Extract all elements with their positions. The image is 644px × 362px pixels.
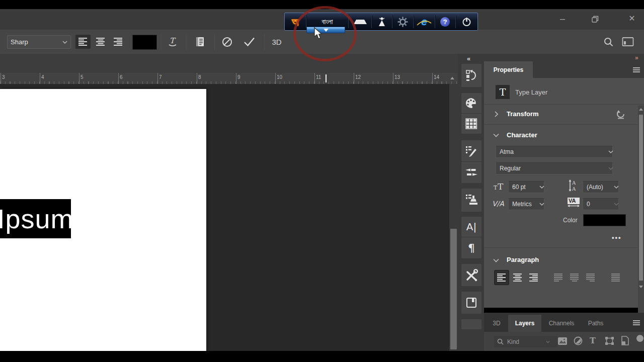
properties-panel-menu-icon[interactable] [633, 66, 640, 73]
text-color-swatch[interactable] [132, 35, 157, 50]
color-panel-button[interactable] [461, 93, 481, 113]
document-canvas[interactable]: Ipsum [0, 89, 206, 351]
restore-button[interactable] [592, 16, 599, 23]
layers-filter-bar: T [484, 332, 644, 351]
font-style-dropdown-button[interactable] [606, 162, 616, 174]
para-justify-last-left-button[interactable] [551, 270, 566, 285]
avro-logo[interactable]: অ [292, 16, 299, 28]
anti-alias-dropdown[interactable]: Sharp [7, 35, 71, 49]
history-panel-button[interactable] [461, 64, 481, 87]
canvas-scrollbar-thumb[interactable] [450, 229, 457, 349]
tab-layers[interactable]: Layers [508, 315, 541, 332]
ruler-scroll-up-icon[interactable] [450, 77, 454, 79]
warp-text-button[interactable]: T [165, 35, 181, 49]
search-button[interactable] [601, 35, 615, 48]
cancel-edits-button[interactable] [219, 35, 234, 49]
paragraph-panel-icon: ¶ [468, 242, 475, 254]
image-icon [557, 337, 568, 345]
transform-section-header[interactable]: Transform [484, 105, 644, 124]
para-justify-last-center-button[interactable] [568, 270, 582, 285]
tab-properties[interactable]: Properties [484, 61, 533, 78]
para-align-left-button[interactable] [495, 270, 509, 285]
para-align-center-button[interactable] [511, 270, 525, 285]
character-panel-button[interactable]: A| [461, 217, 481, 237]
para-justify-last-right-button[interactable] [584, 270, 598, 285]
settings-button[interactable] [392, 17, 414, 27]
transform-label: Transform [507, 110, 539, 118]
more-options-button[interactable]: ••• [612, 234, 622, 241]
paragraph-section-header[interactable]: Paragraph [484, 251, 638, 269]
para-justify-all-button[interactable] [609, 270, 623, 285]
brushes-panel-button[interactable] [461, 162, 481, 183]
layer-search-field[interactable] [494, 336, 557, 347]
font-family-field[interactable]: Atma [496, 146, 613, 158]
panel-scrollbar-thumb[interactable] [639, 115, 643, 281]
exit-button[interactable] [456, 17, 477, 27]
help-button[interactable]: ? [435, 17, 455, 27]
tool-presets-panel-button[interactable] [461, 264, 481, 286]
chevron-down-icon [539, 185, 544, 189]
justify-last-left-icon [553, 273, 564, 283]
paragraph-panel-button[interactable]: ¶ [461, 237, 481, 258]
filter-type-layers-button[interactable]: T [590, 336, 596, 345]
para-align-right-button[interactable] [527, 270, 541, 285]
commit-edits-button[interactable] [241, 35, 257, 49]
layers-panel-menu-icon[interactable] [633, 319, 640, 326]
ruler-number: 7 [159, 74, 162, 80]
expand-panels-button[interactable]: » [635, 54, 637, 61]
filter-partial-icon[interactable] [636, 335, 643, 342]
kerning-icon: V/A [492, 200, 504, 208]
tab-3d[interactable]: 3D [485, 315, 508, 332]
workspace-button[interactable] [620, 35, 635, 48]
layer-search-input[interactable] [506, 338, 543, 346]
language-dropdown-button[interactable] [306, 27, 345, 33]
font-family-dropdown-button[interactable] [606, 146, 616, 158]
reset-icon[interactable] [616, 109, 626, 119]
ruler-cursor-marker [326, 74, 327, 82]
ruler-number: 4 [41, 74, 44, 80]
kerning-dropdown-button[interactable] [537, 198, 546, 210]
panel-scrollbar[interactable] [638, 106, 644, 317]
keyboard-layout-button[interactable] [349, 20, 371, 24]
font-style-field[interactable]: Regular [496, 162, 613, 174]
close-button[interactable]: ✕ [622, 13, 642, 24]
panel-top-strip: » [484, 54, 644, 61]
canvas-vertical-scrollbar[interactable] [449, 84, 458, 351]
panel-scroll-up-icon[interactable] [639, 108, 643, 111]
browser-help-button[interactable]: e [414, 16, 435, 28]
assistant-button[interactable] [372, 17, 392, 27]
horizontal-ruler[interactable]: 3 4 5 6 7 8 9 10 11 12 13 14 [0, 73, 458, 84]
brush-settings-panel-button[interactable] [461, 140, 481, 161]
letterbox-bottom [0, 351, 644, 362]
ie-orbit-icon [417, 20, 432, 26]
toggle-panels-button[interactable] [191, 34, 208, 49]
filter-smart-objects-button[interactable] [621, 336, 629, 345]
svg-text:T: T [494, 185, 498, 191]
leading-dropdown-button[interactable] [612, 181, 621, 193]
swatches-panel-button[interactable] [461, 114, 481, 134]
language-label[interactable]: বাংলা [306, 18, 348, 26]
tracking-dropdown-button[interactable] [612, 198, 621, 210]
filter-shape-layers-button[interactable] [605, 336, 614, 345]
minimize-button[interactable]: – [552, 13, 573, 24]
notes-panel-button[interactable] [461, 292, 481, 314]
font-size-dropdown-button[interactable] [537, 181, 546, 193]
align-right-button[interactable] [111, 35, 126, 49]
svg-text:T: T [498, 182, 504, 192]
panel-scroll-down-icon[interactable] [639, 286, 643, 288]
align-center-button[interactable] [93, 35, 108, 49]
type-layer-text[interactable]: Ipsum [0, 199, 71, 238]
chevron-down-icon [608, 150, 613, 154]
align-left-button[interactable] [75, 35, 91, 49]
filter-adjustment-layers-button[interactable] [574, 336, 583, 345]
clone-source-panel-button[interactable] [461, 189, 481, 212]
character-section-header[interactable]: Character [484, 125, 638, 145]
filter-pixel-layers-button[interactable] [557, 337, 568, 345]
tab-channels[interactable]: Channels [543, 315, 580, 332]
partial-panel-button[interactable] [461, 319, 481, 329]
tab-paths[interactable]: Paths [583, 315, 609, 332]
collapse-dock-button[interactable]: « [467, 55, 469, 62]
history-icon [465, 68, 478, 82]
color-swatch[interactable] [583, 214, 626, 226]
3d-button[interactable]: 3D [269, 36, 285, 48]
